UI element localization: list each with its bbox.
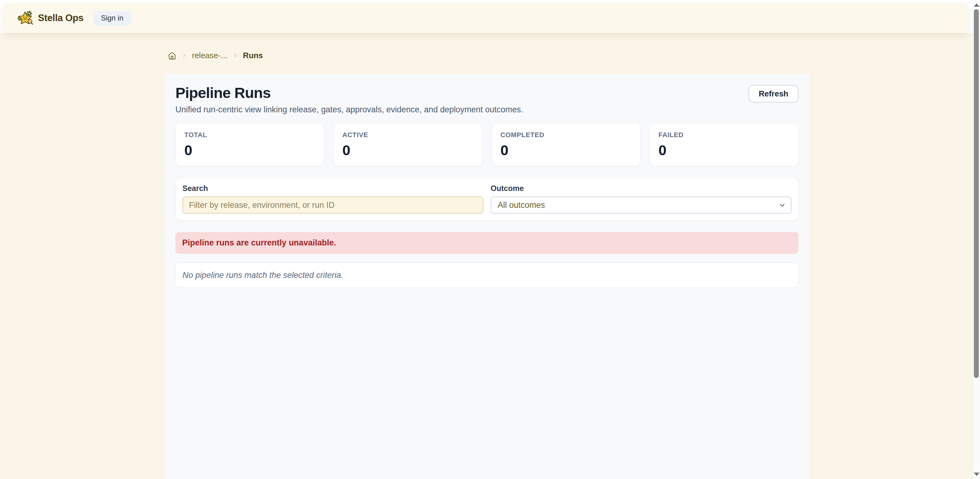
- stat-value: 0: [184, 142, 315, 159]
- error-banner: Pipeline runs are currently unavailable.: [175, 232, 799, 254]
- chevron-down-icon: [778, 201, 786, 209]
- stat-label: TOTAL: [184, 131, 315, 139]
- stat-value: 0: [342, 142, 473, 159]
- outcome-select[interactable]: All outcomes: [491, 196, 792, 214]
- page-subtitle: Unified run-centric view linking release…: [175, 105, 523, 115]
- home-icon[interactable]: [168, 51, 177, 60]
- stat-label: COMPLETED: [501, 131, 632, 139]
- top-bar: Stella Ops Sign in: [4, 3, 968, 33]
- sign-in-button[interactable]: Sign in: [93, 11, 131, 25]
- stat-label: FAILED: [659, 131, 789, 139]
- search-filter: Search: [183, 184, 484, 214]
- outcome-label: Outcome: [491, 184, 792, 193]
- stats-row: TOTAL 0 ACTIVE 0 COMPLETED 0 FAILED 0: [175, 123, 799, 166]
- panel-header-text: Pipeline Runs Unified run-centric view l…: [175, 85, 523, 115]
- stat-card-total: TOTAL 0: [175, 123, 324, 166]
- search-label: Search: [183, 184, 484, 193]
- breadcrumb: release-... Runs: [168, 51, 263, 60]
- stat-label: ACTIVE: [342, 131, 473, 139]
- scroll-up-arrow-icon[interactable]: [973, 1, 980, 9]
- breadcrumb-runs: Runs: [243, 51, 263, 60]
- outcome-selected-value: All outcomes: [498, 201, 545, 210]
- stat-card-active: ACTIVE 0: [333, 123, 482, 166]
- chevron-right-icon: [181, 53, 187, 58]
- page-background: release-... Runs Pipeline Runs Unified r…: [0, 33, 973, 479]
- stat-value: 0: [659, 142, 789, 159]
- vertical-scrollbar[interactable]: [973, 0, 980, 479]
- outcome-filter: Outcome All outcomes: [491, 184, 792, 214]
- stella-ops-logo-icon: [17, 11, 34, 25]
- breadcrumb-release[interactable]: release-...: [192, 51, 228, 60]
- refresh-button[interactable]: Refresh: [749, 85, 799, 102]
- scrollbar-thumb[interactable]: [974, 9, 979, 378]
- scroll-down-arrow-icon[interactable]: [973, 470, 980, 478]
- stat-value: 0: [501, 142, 632, 159]
- chevron-right-icon: [233, 53, 238, 58]
- empty-state-message: No pipeline runs match the selected crit…: [175, 263, 799, 288]
- panel-header: Pipeline Runs Unified run-centric view l…: [175, 85, 799, 115]
- pipeline-runs-panel: Pipeline Runs Unified run-centric view l…: [165, 74, 809, 479]
- page-title: Pipeline Runs: [175, 85, 523, 101]
- stat-card-completed: COMPLETED 0: [492, 123, 641, 166]
- brand: Stella Ops: [17, 11, 84, 25]
- stat-card-failed: FAILED 0: [650, 123, 799, 166]
- brand-name: Stella Ops: [38, 13, 84, 24]
- search-input[interactable]: [183, 196, 484, 214]
- filters-card: Search Outcome All outcomes: [175, 178, 799, 221]
